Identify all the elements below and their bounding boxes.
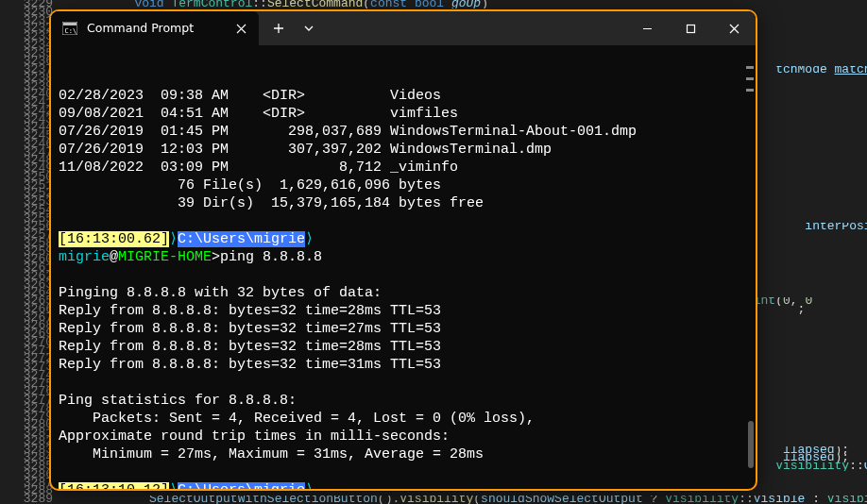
tab-close-button[interactable] (230, 18, 251, 39)
svg-rect-1 (63, 23, 76, 25)
close-window-button[interactable] (712, 13, 756, 43)
terminal-text: 02/28/2023 09:38 AM <DIR> Videos09/08/20… (59, 87, 748, 489)
tab-list-dropdown[interactable] (295, 14, 323, 42)
terminal-output-area[interactable]: 02/28/2023 09:38 AM <DIR> Videos09/08/20… (51, 45, 756, 489)
svg-rect-3 (687, 25, 694, 32)
terminal-tab[interactable]: C:\ Command Prompt (51, 11, 259, 45)
scrollbar-thumb[interactable] (748, 421, 754, 468)
new-tab-button[interactable] (264, 14, 293, 42)
tab-title: Command Prompt (87, 20, 221, 37)
terminal-scrollbar[interactable] (746, 45, 754, 489)
maximize-button[interactable] (669, 13, 712, 43)
svg-text:C:\: C:\ (65, 27, 77, 35)
terminal-title-bar: C:\ Command Prompt (51, 11, 756, 45)
cmd-icon: C:\ (62, 22, 77, 35)
minimize-button[interactable] (625, 13, 669, 43)
terminal-window: C:\ Command Prompt (49, 9, 757, 491)
